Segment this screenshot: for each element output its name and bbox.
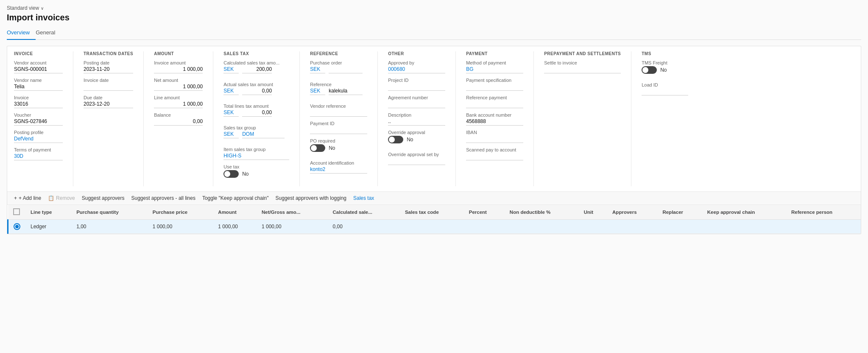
cell-net-gross: 1 000,00 <box>257 220 328 234</box>
field-posting-date: Posting date 2023-11-20 <box>84 60 133 73</box>
field-settle-to-invoice: Settle to invoice ​ <box>544 60 621 73</box>
currency-sek-3[interactable]: SEK <box>223 109 239 117</box>
cell-line-type: Ledger <box>25 220 71 234</box>
cell-unit <box>579 220 607 234</box>
field-voucher: Voucher SGNS-027846 <box>14 112 63 126</box>
field-po-required: PO required No <box>310 138 367 156</box>
cell-replacer <box>657 220 702 234</box>
fields-section: INVOICE Vendor account SGNS-000001 Vendo… <box>7 46 861 192</box>
field-invoice-amount: Invoice amount 1 000,00 <box>154 60 203 73</box>
field-tms-freight: TMS Freight No <box>642 60 688 78</box>
cell-amount: 1 000,00 <box>213 220 257 234</box>
add-icon: + <box>14 195 17 201</box>
currency-sek-4[interactable]: SEK <box>223 131 239 138</box>
tabs-bar: Overview General <box>7 27 861 40</box>
currency-sek-ref2[interactable]: SEK <box>310 88 325 95</box>
col-percent: Percent <box>464 205 505 220</box>
field-posting-profile: Posting profile DefVend <box>14 130 63 143</box>
cell-purchase-qty: 1,00 <box>71 220 148 234</box>
suggest-approvers-all-button[interactable]: Suggest approvers - all lines <box>131 195 195 201</box>
group-amount: AMOUNT Invoice amount 1 000,00 Net amoun… <box>154 51 213 186</box>
field-reference-payment: Reference payment ​ <box>466 95 523 108</box>
field-vendor-account: Vendor account SGNS-000001 <box>14 60 63 73</box>
col-calc-sales: Calculated sale... <box>328 205 400 220</box>
group-header-other: OTHER <box>388 51 445 56</box>
copy-icon: 📋 <box>48 195 54 201</box>
field-due-date: Due date 2023-12-20 <box>84 95 133 108</box>
col-ref-person: Reference person <box>786 205 861 220</box>
group-header-invoice: INVOICE <box>14 51 63 56</box>
field-sales-tax-group: Sales tax group SEK DOM <box>223 125 289 143</box>
group-header-tms: TMS <box>642 51 688 56</box>
col-approvers: Approvers <box>607 205 657 220</box>
field-payment-specification: Payment specification ​ <box>466 78 523 91</box>
cell-calc-sales: 0,00 <box>328 220 400 234</box>
col-sales-tax-code: Sales tax code <box>400 205 464 220</box>
group-header-payment: PAYMENT <box>466 51 523 56</box>
group-sales-tax: SALES TAX Calculated sales tax amo... SE… <box>223 51 300 186</box>
group-tms: TMS TMS Freight No Load ID ​ <box>642 51 698 186</box>
tms-freight-label: No <box>660 67 667 73</box>
field-net-amount: Net amount 1 000,00 <box>154 78 203 91</box>
use-tax-toggle[interactable] <box>223 170 239 178</box>
col-amount: Amount <box>213 205 257 220</box>
field-purchase-order: Purchase order SEK ​ <box>310 60 367 78</box>
field-balance: Balance 0,00 <box>154 112 203 126</box>
field-terms-payment: Terms of payment 30D <box>14 147 63 160</box>
content-area: INVOICE Vendor account SGNS-000001 Vendo… <box>7 46 861 234</box>
currency-sek-ref1[interactable]: SEK <box>310 66 325 73</box>
field-scanned-pay: Scanned pay to account ​ <box>466 147 523 160</box>
currency-sek-1[interactable]: SEK <box>223 66 239 73</box>
po-required-toggle[interactable] <box>310 144 325 152</box>
group-prepayment: PREPAYMENT AND SETTLEMENTS Settle to inv… <box>544 51 631 186</box>
col-replacer: Replacer <box>657 205 702 220</box>
tab-general[interactable]: General <box>36 27 61 40</box>
field-account-identification: Account identification konto2 <box>310 160 367 174</box>
group-header-amount: AMOUNT <box>154 51 203 56</box>
table-row[interactable]: Ledger 1,00 1 000,00 1 000,00 1 000,00 0… <box>8 220 861 234</box>
field-use-tax: Use tax No <box>223 164 289 182</box>
field-item-sales-tax-group: Item sales tax group HIGH-S <box>223 147 289 160</box>
po-required-label: No <box>329 145 335 151</box>
cell-sales-tax-code <box>400 220 464 234</box>
field-override-approval: Override approval No <box>388 130 445 148</box>
standard-view-label: Standard view <box>7 5 39 11</box>
field-bank-account-number: Bank account number 4568888 <box>466 112 523 126</box>
toggle-chain-button[interactable]: Toggle "Keep approval chain" <box>202 195 269 201</box>
cell-non-deductible <box>505 220 579 234</box>
group-invoice: INVOICE Vendor account SGNS-000001 Vendo… <box>14 51 73 186</box>
select-all-checkbox[interactable] <box>8 205 26 220</box>
remove-button[interactable]: 📋 Remove <box>48 195 75 201</box>
cell-approvers <box>607 220 657 234</box>
suggest-approvers-button[interactable]: Suggest approvers <box>82 195 125 201</box>
chevron-down-icon: ∨ <box>41 6 44 11</box>
row-radio-col[interactable] <box>8 220 26 234</box>
field-invoice: Invoice 33016 <box>14 95 63 108</box>
field-project-id: Project ID ​ <box>388 78 445 91</box>
add-line-button[interactable]: + + Add line <box>14 195 41 201</box>
tab-overview[interactable]: Overview <box>7 27 36 40</box>
currency-sek-2[interactable]: SEK <box>223 88 239 95</box>
col-purchase-qty: Purchase quantity <box>71 205 148 220</box>
standard-view[interactable]: Standard view ∨ <box>7 5 861 11</box>
group-reference: REFERENCE Purchase order SEK ​ Reference… <box>310 51 378 186</box>
suggest-logging-button[interactable]: Suggest approvers with logging <box>276 195 346 201</box>
field-description: Description .. <box>388 112 445 126</box>
group-header-reference: REFERENCE <box>310 51 367 56</box>
col-keep-chain: Keep approval chain <box>702 205 786 220</box>
field-approved-by: Approved by 000680 <box>388 60 445 73</box>
lines-table: Line type Purchase quantity Purchase pri… <box>7 205 861 234</box>
group-header-sales-tax: SALES TAX <box>223 51 289 56</box>
table-section: Line type Purchase quantity Purchase pri… <box>7 205 861 234</box>
sales-tax-button[interactable]: Sales tax <box>353 195 374 201</box>
field-load-id: Load ID ​ <box>642 82 688 95</box>
field-reference: Reference SEK kalekula <box>310 82 367 99</box>
col-unit: Unit <box>579 205 607 220</box>
tms-freight-toggle[interactable] <box>642 66 657 74</box>
cell-keep-chain <box>702 220 786 234</box>
field-payment-id: Payment ID ​ <box>310 121 367 134</box>
cell-percent <box>464 220 505 234</box>
field-actual-sales-tax: Actual sales tax amount SEK 0,00 <box>223 82 289 99</box>
override-approval-toggle[interactable] <box>388 136 403 143</box>
group-header-dates: TRANSACTION DATES <box>84 51 133 56</box>
